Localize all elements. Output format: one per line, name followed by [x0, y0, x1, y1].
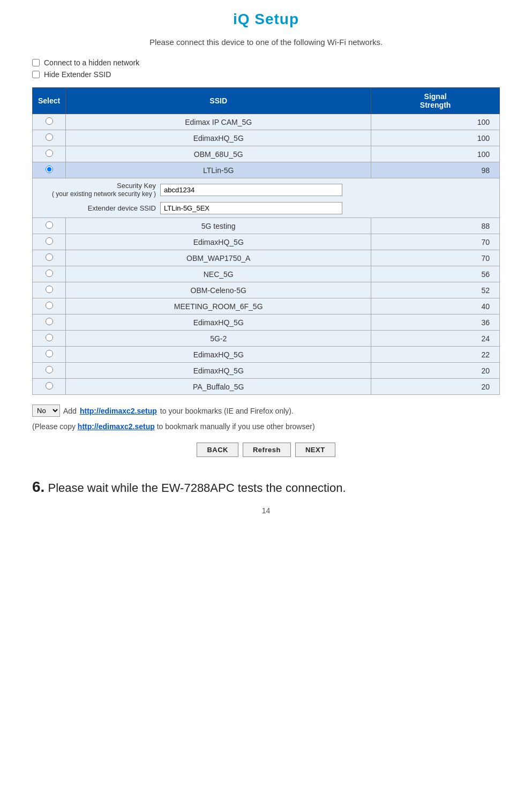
table-row: MEETING_ROOM_6F_5G 40 [33, 298, 500, 315]
copy-url[interactable]: http://edimaxc2.setup [78, 422, 155, 431]
select-cell [33, 114, 66, 130]
signal-cell: 22 [371, 347, 500, 363]
table-row: EdimaxHQ_5G 20 [33, 363, 500, 379]
button-row: BACK Refresh NEXT [32, 443, 500, 457]
wifi-radio[interactable] [46, 221, 53, 229]
ssid-cell: 5G-2 [66, 331, 371, 347]
table-row: OBM_68U_5G 100 [33, 146, 500, 162]
option-hide-ssid: Hide Extender SSID [32, 70, 500, 79]
table-row: 5G testing 88 [33, 218, 500, 234]
signal-cell: 100 [371, 130, 500, 146]
bookmark-area: No Yes Add http://edimaxc2.setup to your… [32, 405, 500, 417]
table-row: OBM_WAP1750_A 70 [33, 250, 500, 266]
wifi-radio[interactable] [46, 302, 53, 309]
hidden-network-label: Connect to a hidden network [44, 58, 139, 67]
wifi-table: Select SSID SignalStrength Edimax IP CAM… [32, 87, 500, 395]
wifi-radio[interactable] [46, 237, 53, 245]
copy-area: (Please copy http://edimaxc2.setup to bo… [32, 422, 500, 431]
signal-cell: 100 [371, 146, 500, 162]
security-key-field: Security Key( your existing network secu… [38, 182, 494, 198]
table-row: EdimaxHQ_5G 36 [33, 315, 500, 331]
signal-cell: 36 [371, 315, 500, 331]
hide-ssid-label: Hide Extender SSID [44, 70, 111, 79]
step6-number: 6. [32, 478, 44, 495]
bookmark-select[interactable]: No Yes [32, 405, 60, 417]
table-row: EdimaxHQ_5G 100 [33, 130, 500, 146]
next-button[interactable]: NEXT [295, 443, 335, 457]
select-cell [33, 347, 66, 363]
ssid-cell: EdimaxHQ_5G [66, 130, 371, 146]
ssid-cell: 5G testing [66, 218, 371, 234]
table-row: NEC_5G 56 [33, 266, 500, 282]
col-ssid: SSID [66, 88, 371, 114]
signal-cell: 56 [371, 266, 500, 282]
select-cell [33, 250, 66, 266]
ssid-cell: OBM_68U_5G [66, 146, 371, 162]
step6-description: Please wait while the EW-7288APC tests t… [48, 481, 346, 495]
signal-cell: 70 [371, 250, 500, 266]
wifi-radio[interactable] [46, 350, 53, 357]
page-number: 14 [32, 506, 500, 515]
col-signal: SignalStrength [371, 88, 500, 114]
signal-cell: 100 [371, 114, 500, 130]
select-cell [33, 130, 66, 146]
step6-text: 6. Please wait while the EW-7288APC test… [32, 478, 500, 496]
copy-suffix: to bookmark manually if you use other br… [157, 422, 315, 431]
extender-ssid-input[interactable] [160, 202, 342, 214]
table-row: OBM-Celeno-5G 52 [33, 282, 500, 298]
ssid-cell: OBM-Celeno-5G [66, 282, 371, 298]
wifi-radio[interactable] [46, 253, 53, 261]
signal-cell: 98 [371, 162, 500, 178]
bookmark-url[interactable]: http://edimaxc2.setup [80, 407, 157, 415]
col-select: Select [33, 88, 66, 114]
ssid-cell: PA_Buffalo_5G [66, 379, 371, 395]
wifi-radio[interactable] [46, 318, 53, 325]
select-cell [33, 315, 66, 331]
wifi-radio[interactable] [46, 166, 53, 173]
ssid-cell: EdimaxHQ_5G [66, 315, 371, 331]
wifi-radio[interactable] [46, 366, 53, 373]
wifi-radio[interactable] [46, 286, 53, 293]
select-cell [33, 218, 66, 234]
extender-ssid-field: Extender device SSID [38, 202, 494, 214]
security-key-input[interactable] [160, 184, 342, 196]
ssid-cell: NEC_5G [66, 266, 371, 282]
wifi-radio[interactable] [46, 382, 53, 390]
hidden-network-checkbox[interactable] [32, 59, 40, 66]
ssid-cell: Edimax IP CAM_5G [66, 114, 371, 130]
page-title: iQ Setup [32, 11, 500, 28]
table-row: EdimaxHQ_5G 22 [33, 347, 500, 363]
table-row: LTLin-5G 98 [33, 162, 500, 178]
select-cell [33, 282, 66, 298]
signal-cell: 88 [371, 218, 500, 234]
wifi-radio[interactable] [46, 334, 53, 341]
select-cell [33, 379, 66, 395]
signal-cell: 52 [371, 282, 500, 298]
table-row: 5G-2 24 [33, 331, 500, 347]
security-key-row: Security Key( your existing network secu… [33, 178, 500, 218]
ssid-cell: OBM_WAP1750_A [66, 250, 371, 266]
signal-cell: 70 [371, 234, 500, 250]
bookmark-add-label: Add [63, 407, 77, 415]
wifi-radio[interactable] [46, 133, 53, 141]
signal-cell: 20 [371, 379, 500, 395]
wifi-radio[interactable] [46, 270, 53, 277]
security-cell: Security Key( your existing network secu… [33, 178, 500, 218]
back-button[interactable]: BACK [197, 443, 238, 457]
select-cell [33, 331, 66, 347]
options-area: Connect to a hidden network Hide Extende… [32, 58, 500, 79]
table-row: PA_Buffalo_5G 20 [33, 379, 500, 395]
wifi-radio[interactable] [46, 117, 53, 125]
signal-cell: 40 [371, 298, 500, 315]
hide-ssid-checkbox[interactable] [32, 71, 40, 78]
select-cell [33, 363, 66, 379]
ssid-cell: LTLin-5G [66, 162, 371, 178]
refresh-button[interactable]: Refresh [243, 443, 291, 457]
ssid-cell: EdimaxHQ_5G [66, 347, 371, 363]
wifi-radio[interactable] [46, 149, 53, 157]
option-hidden-network: Connect to a hidden network [32, 58, 500, 67]
ssid-cell: MEETING_ROOM_6F_5G [66, 298, 371, 315]
table-row: EdimaxHQ_5G 70 [33, 234, 500, 250]
select-cell [33, 298, 66, 315]
table-row: Edimax IP CAM_5G 100 [33, 114, 500, 130]
